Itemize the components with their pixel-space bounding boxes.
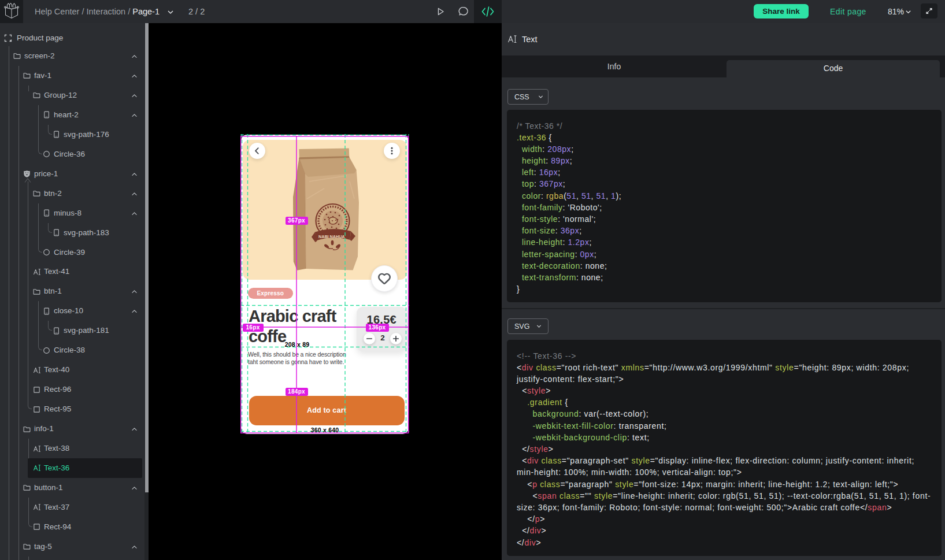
svg-text:NABI NAHUA: NABI NAHUA — [318, 234, 345, 239]
